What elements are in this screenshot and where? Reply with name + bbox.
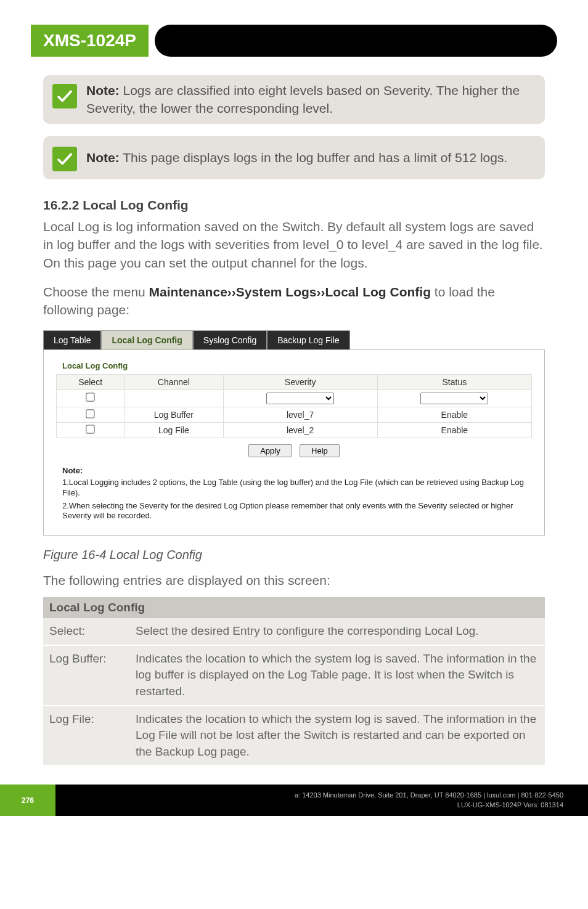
note-body-1: Logs are classified into eight levels ba… <box>86 83 520 115</box>
help-button[interactable]: Help <box>300 444 340 457</box>
para2-pre: Choose the menu <box>43 285 149 299</box>
desc-table-header: Local Log Config <box>43 597 545 618</box>
table-row <box>57 389 532 407</box>
desc-row: Select: Select the desired Entry to conf… <box>43 618 545 645</box>
screenshot-note-block: Note: 1.Local Logging includes 2 options… <box>56 466 532 522</box>
desc-label-logbuffer: Log Buffer: <box>43 645 129 706</box>
panel-title: Local Log Config <box>56 361 532 370</box>
entries-intro: The following entries are displayed on t… <box>43 573 545 588</box>
note-text-2: Note: This page displays logs in the log… <box>86 149 507 166</box>
row1-severity: level_7 <box>223 407 377 422</box>
row2-select-checkbox[interactable] <box>86 425 94 433</box>
row1-channel: Log Buffer <box>125 407 223 422</box>
description-table: Local Log Config Select: Select the desi… <box>43 597 545 766</box>
row2-status: Enable <box>377 422 531 438</box>
tab-bar: Log Table Local Log Config Syslog Config… <box>43 330 545 349</box>
table-row: Log File level_2 Enable <box>57 422 532 438</box>
desc-text-select: Select the desired Entry to configure th… <box>129 618 545 645</box>
note-body-2: This page displays logs in the log buffe… <box>123 150 507 165</box>
table-header-row: Select Channel Severity Status <box>57 374 532 389</box>
row2-severity: level_2 <box>223 422 377 438</box>
footer-info: a: 14203 Minuteman Drive, Suite 201, Dra… <box>55 785 588 816</box>
table-row: Log Buffer level_7 Enable <box>57 407 532 422</box>
footer-line2: LUX-UG-XMS-1024P Vers: 081314 <box>457 801 563 809</box>
config-panel: Local Log Config Select Channel Severity… <box>43 349 545 536</box>
row1-select-checkbox[interactable] <box>86 409 94 418</box>
para2-strong: Maintenance››System Logs››Local Log Conf… <box>149 285 431 299</box>
screenshot-note-heading: Note: <box>62 466 526 475</box>
desc-text-logfile: Indicates the location to which the syst… <box>129 706 545 766</box>
note-label-1: Note: <box>86 83 120 97</box>
col-status: Status <box>377 374 531 389</box>
row0-select-checkbox[interactable] <box>86 393 94 402</box>
desc-row: Log File: Indicates the location to whic… <box>43 706 545 766</box>
config-screenshot: Log Table Local Log Config Syslog Config… <box>43 330 545 536</box>
row0-severity-select[interactable] <box>266 393 334 404</box>
footer-page-number: 276 <box>0 785 55 816</box>
button-row: Apply Help <box>56 444 532 457</box>
desc-text-logbuffer: Indicates the location to which the syst… <box>129 645 545 706</box>
desc-row: Log Buffer: Indicates the location to wh… <box>43 645 545 706</box>
note-box-2: Note: This page displays logs in the log… <box>43 136 545 179</box>
row0-status-select[interactable] <box>420 393 488 404</box>
col-channel: Channel <box>125 374 223 389</box>
header-dark-bar <box>155 25 557 57</box>
row2-channel: Log File <box>125 422 223 438</box>
row0-channel <box>125 389 223 407</box>
section-heading: 16.2.2 Local Log Config <box>43 198 545 213</box>
row1-status: Enable <box>377 407 531 422</box>
header-bar: XMS-1024P <box>31 25 557 57</box>
screenshot-note-line-2: 2.When selecting the Severity for the de… <box>62 501 526 522</box>
note-box-1: Note: Logs are classified into eight lev… <box>43 75 545 124</box>
apply-button[interactable]: Apply <box>248 444 292 457</box>
section-para-1: Local Log is log information saved on th… <box>43 218 545 272</box>
tab-backup-log-file[interactable]: Backup Log File <box>267 330 349 349</box>
config-table: Select Channel Severity Status Log Buffe… <box>56 374 532 438</box>
note-text-1: Note: Logs are classified into eight lev… <box>86 81 533 118</box>
footer-line1: a: 14203 Minuteman Drive, Suite 201, Dra… <box>295 791 563 799</box>
col-severity: Severity <box>223 374 377 389</box>
tab-local-log-config[interactable]: Local Log Config <box>101 330 192 349</box>
check-icon <box>52 147 77 171</box>
desc-label-logfile: Log File: <box>43 706 129 766</box>
tab-syslog-config[interactable]: Syslog Config <box>193 330 267 349</box>
figure-caption: Figure 16-4 Local Log Config <box>43 548 545 562</box>
screenshot-note-line-1: 1.Local Logging includes 2 options, the … <box>62 478 526 499</box>
tab-log-table[interactable]: Log Table <box>43 330 101 349</box>
footer: 276 a: 14203 Minuteman Drive, Suite 201,… <box>0 785 588 816</box>
section-para-2: Choose the menu Maintenance››System Logs… <box>43 283 545 319</box>
note-label-2: Note: <box>86 150 120 165</box>
check-icon <box>52 84 77 108</box>
product-badge: XMS-1024P <box>31 25 149 57</box>
desc-label-select: Select: <box>43 618 129 645</box>
col-select: Select <box>57 374 125 389</box>
